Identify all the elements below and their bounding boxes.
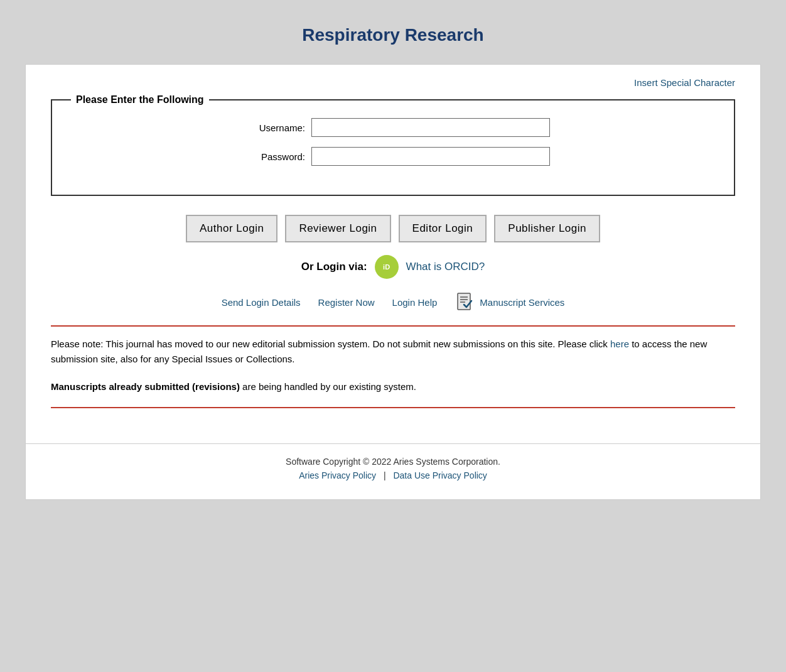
notice-revision-paragraph: Manuscripts already submitted (revisions… xyxy=(51,379,735,394)
author-login-button[interactable]: Author Login xyxy=(186,215,277,242)
notice-text3: are being handled by our existing system… xyxy=(240,381,416,392)
top-divider xyxy=(51,325,735,327)
username-row: Username: xyxy=(71,118,715,137)
utility-links-row: Send Login Details Register Now Login He… xyxy=(51,291,735,313)
form-legend: Please Enter the Following xyxy=(71,94,209,106)
footer-copyright: Software Copyright © 2022 Aries Systems … xyxy=(51,457,735,467)
editor-login-button[interactable]: Editor Login xyxy=(399,215,487,242)
orcid-badge-button[interactable]: iD xyxy=(375,255,399,279)
orcid-badge-text: iD xyxy=(383,264,390,271)
data-use-privacy-policy-link[interactable]: Data Use Privacy Policy xyxy=(393,470,487,480)
footer-links-row: Aries Privacy Policy | Data Use Privacy … xyxy=(51,470,735,480)
svg-rect-0 xyxy=(458,293,470,310)
publisher-login-button[interactable]: Publisher Login xyxy=(494,215,600,242)
notice-paragraph: Please note: This journal has moved to o… xyxy=(51,337,735,367)
login-buttons-row: Author Login Reviewer Login Editor Login… xyxy=(51,215,735,242)
here-link[interactable]: here xyxy=(610,339,629,349)
manuscript-services-label: Manuscript Services xyxy=(480,297,564,308)
orcid-label: Or Login via: xyxy=(301,261,367,273)
notice-bold-text: Manuscripts already submitted (revisions… xyxy=(51,381,240,392)
orcid-row: Or Login via: iD What is ORCID? xyxy=(51,255,735,279)
what-is-orcid-link[interactable]: What is ORCID? xyxy=(406,261,485,273)
footer-separator: | xyxy=(384,470,386,480)
username-input[interactable] xyxy=(311,118,550,137)
page-title: Respiratory Research xyxy=(13,25,773,45)
footer: Software Copyright © 2022 Aries Systems … xyxy=(25,444,761,500)
password-row: Password: xyxy=(71,147,715,166)
reviewer-login-button[interactable]: Reviewer Login xyxy=(285,215,390,242)
insert-special-character-link[interactable]: Insert Special Character xyxy=(634,77,735,88)
aries-privacy-policy-link[interactable]: Aries Privacy Policy xyxy=(299,470,376,480)
send-login-details-link[interactable]: Send Login Details xyxy=(222,297,301,308)
notice-text1: Please note: This journal has moved to o… xyxy=(51,339,610,349)
register-now-link[interactable]: Register Now xyxy=(318,297,375,308)
password-input[interactable] xyxy=(311,147,550,166)
login-form-fieldset: Please Enter the Following Username: Pas… xyxy=(51,94,735,196)
password-label: Password: xyxy=(236,151,305,162)
bottom-divider xyxy=(51,407,735,408)
manuscript-services-link[interactable]: Manuscript Services xyxy=(455,291,564,313)
login-help-link[interactable]: Login Help xyxy=(392,297,438,308)
manuscript-icon xyxy=(455,291,476,313)
username-label: Username: xyxy=(236,122,305,133)
